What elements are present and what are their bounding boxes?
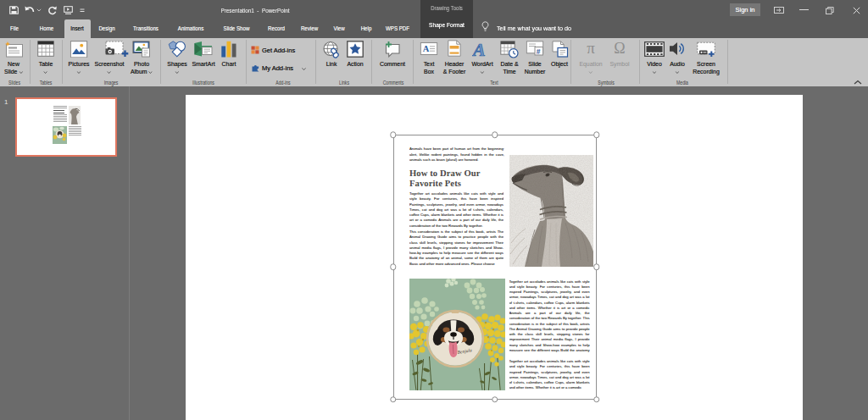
svg-text:#: # bbox=[537, 47, 541, 56]
svg-text:A: A bbox=[422, 44, 429, 53]
svg-text:A: A bbox=[472, 40, 486, 58]
